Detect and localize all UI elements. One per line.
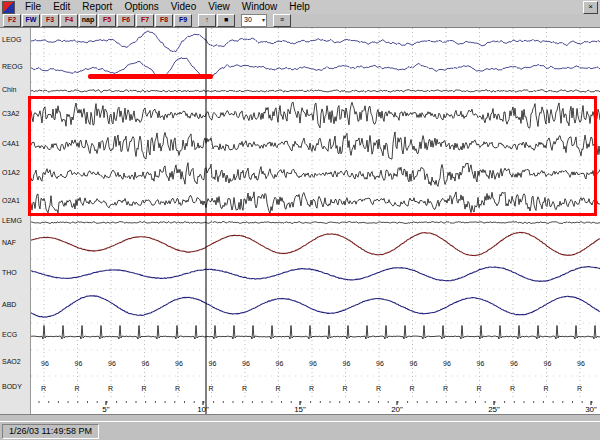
menu-items: FileEditReportOptionsVideoViewWindowHelp	[19, 0, 316, 14]
menu-item-view[interactable]: View	[202, 0, 236, 14]
sao2-value: 96	[276, 360, 284, 367]
waveform-naf	[31, 232, 600, 255]
sao2-value: 96	[75, 360, 83, 367]
menu-item-window[interactable]: Window	[236, 0, 284, 14]
waveform-o2a1	[31, 192, 600, 214]
sao2-value: 96	[242, 360, 250, 367]
menu-item-edit[interactable]: Edit	[47, 0, 76, 14]
panel-toggle-button[interactable]: ≡	[273, 14, 291, 27]
sao2-value: 96	[309, 360, 317, 367]
body-value: R	[443, 385, 448, 392]
body-value: R	[410, 385, 415, 392]
toolbar-button-f2[interactable]: F2	[3, 14, 21, 27]
sao2-value: 96	[142, 360, 150, 367]
time-label: 5"	[102, 405, 109, 414]
body-value: R	[309, 385, 314, 392]
menu-item-help[interactable]: Help	[283, 0, 316, 14]
waveform-tho	[31, 267, 600, 282]
sao2-value: 96	[477, 360, 485, 367]
channel-label-leog: LEOG	[2, 36, 21, 43]
channel-label-c4a1: C4A1	[2, 140, 20, 147]
sao2-value: 96	[544, 360, 552, 367]
sao2-value: 96	[410, 360, 418, 367]
waveform-leog	[31, 31, 600, 52]
time-label: 15"	[294, 405, 306, 414]
waveform-lemg	[31, 222, 600, 224]
toolbar-separator	[236, 15, 240, 26]
sao2-value: 96	[376, 360, 384, 367]
channel-label-naf: NAF	[2, 239, 16, 246]
channel-label-column: LEOGREOGChinC3A2C4A1O1A2O2A1LEMGNAFTHOAB…	[0, 28, 31, 414]
channel-label-lemg: LEMG	[2, 217, 22, 224]
waveform-abd	[31, 296, 600, 318]
toolbar-button-f3[interactable]: F3	[41, 14, 59, 27]
toolbar-separator	[193, 15, 197, 26]
time-label: 20"	[391, 405, 403, 414]
time-label: 10"	[197, 405, 209, 414]
toolbar-button-f6[interactable]: F6	[117, 14, 135, 27]
app-icon	[2, 1, 15, 14]
toolbar: F2FWF3F4napF5F6F7F8F9↑■30≡	[0, 14, 600, 28]
body-value: R	[108, 385, 113, 392]
sao2-value: 96	[175, 360, 183, 367]
waveform-o1a2	[31, 163, 600, 187]
sao2-value: 96	[41, 360, 49, 367]
menu-item-report[interactable]: Report	[76, 0, 118, 14]
menu-item-file[interactable]: File	[19, 0, 47, 14]
waveform-canvas[interactable]: 9696969696969696969696969696969696RRRRRR…	[31, 28, 600, 414]
toolbar-button-f7[interactable]: F7	[136, 14, 154, 27]
close-button[interactable]: ×	[583, 1, 598, 14]
channel-label-chin: Chin	[2, 86, 16, 93]
body-value: R	[544, 385, 549, 392]
channel-label-reog: REOG	[2, 63, 23, 70]
waveform-c4a1	[31, 132, 600, 159]
channel-label-abd: ABD	[2, 301, 16, 308]
body-value: R	[510, 385, 515, 392]
time-label: 25"	[488, 405, 500, 414]
channel-label-c3a2: C3A2	[2, 110, 20, 117]
window-buttons: ×	[583, 1, 600, 14]
waveform-reog	[31, 58, 600, 77]
channel-label-ecg: ECG	[2, 331, 17, 338]
channel-label-tho: THO	[2, 269, 17, 276]
toolbar-button-nap[interactable]: nap	[79, 14, 97, 27]
sao2-value: 96	[577, 360, 585, 367]
channel-label-o1a2: O1A2	[2, 169, 20, 176]
toolbar-button-f4[interactable]: F4	[60, 14, 78, 27]
body-value: R	[175, 385, 180, 392]
body-value: R	[577, 385, 582, 392]
toolbar-button-f8[interactable]: F8	[155, 14, 173, 27]
body-value: R	[41, 385, 46, 392]
sound-icon[interactable]: ■	[217, 14, 235, 27]
plot-area[interactable]: LEOGREOGChinC3A2C4A1O1A2O2A1LEMGNAFTHOAB…	[0, 28, 600, 415]
time-label: 30"	[585, 405, 597, 414]
waveform-chin	[31, 90, 600, 93]
sao2-value: 96	[108, 360, 116, 367]
body-value: R	[276, 385, 281, 392]
body-value: R	[242, 385, 247, 392]
status-bar: 1/26/03 11:49:58 PM	[0, 421, 600, 440]
body-value: R	[142, 385, 147, 392]
toolbar-separator	[268, 15, 272, 26]
app-window: FileEditReportOptionsVideoViewWindowHelp…	[0, 0, 600, 440]
channel-label-o2a1: O2A1	[2, 197, 20, 204]
menu-bar: FileEditReportOptionsVideoViewWindowHelp…	[0, 0, 600, 15]
epoch-length-dropdown[interactable]: 30	[241, 14, 267, 27]
toolbar-button-f9[interactable]: F9	[174, 14, 192, 27]
body-value: R	[343, 385, 348, 392]
waveform-c3a2	[31, 102, 600, 128]
menu-item-video[interactable]: Video	[165, 0, 202, 14]
sao2-value: 96	[343, 360, 351, 367]
body-value: R	[376, 385, 381, 392]
body-value: R	[477, 385, 482, 392]
toolbar-button-f5[interactable]: F5	[98, 14, 116, 27]
menu-item-options[interactable]: Options	[118, 0, 164, 14]
toolbar-button-fw[interactable]: FW	[22, 14, 40, 27]
marker-icon[interactable]: ↑	[198, 14, 216, 27]
sao2-value: 96	[209, 360, 217, 367]
status-datetime: 1/26/03 11:49:58 PM	[2, 424, 99, 439]
sao2-value: 96	[443, 360, 451, 367]
body-value: R	[209, 385, 214, 392]
waveform-ecg	[31, 326, 600, 340]
sao2-value: 96	[510, 360, 518, 367]
